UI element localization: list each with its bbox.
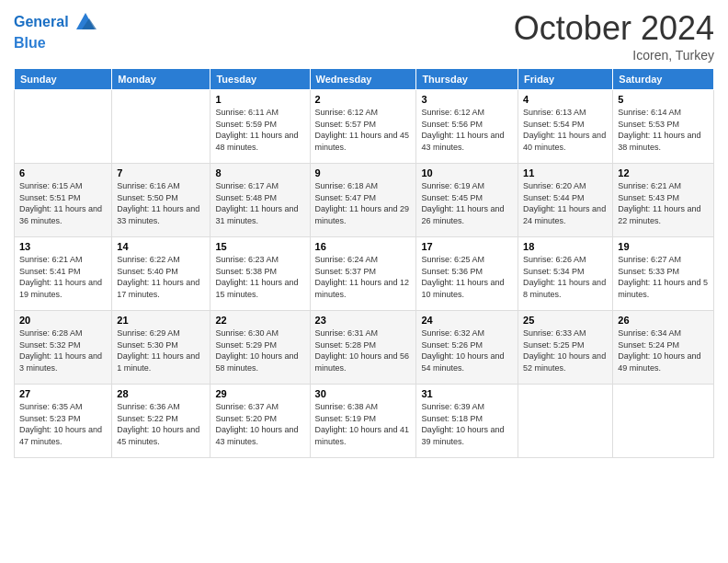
day-number: 19	[618, 241, 709, 252]
day-info: Sunrise: 6:13 AM Sunset: 5:54 PM Dayligh…	[523, 107, 608, 153]
day-info: Sunrise: 6:17 AM Sunset: 5:48 PM Dayligh…	[215, 180, 304, 226]
day-info: Sunrise: 6:22 AM Sunset: 5:40 PM Dayligh…	[117, 254, 205, 300]
calendar-cell: 6Sunrise: 6:15 AM Sunset: 5:51 PM Daylig…	[15, 164, 112, 237]
day-number: 28	[117, 388, 205, 399]
calendar-cell: 4Sunrise: 6:13 AM Sunset: 5:54 PM Daylig…	[518, 90, 613, 164]
day-number: 14	[117, 241, 205, 252]
day-number: 21	[117, 315, 205, 326]
day-info: Sunrise: 6:11 AM Sunset: 5:59 PM Dayligh…	[215, 107, 304, 153]
calendar-cell	[518, 385, 613, 458]
logo-icon	[73, 9, 98, 35]
calendar-body: 1Sunrise: 6:11 AM Sunset: 5:59 PM Daylig…	[15, 90, 714, 458]
day-info: Sunrise: 6:23 AM Sunset: 5:38 PM Dayligh…	[215, 254, 304, 300]
day-info: Sunrise: 6:12 AM Sunset: 5:56 PM Dayligh…	[421, 107, 513, 153]
day-header-friday: Friday	[518, 69, 613, 90]
calendar-cell: 8Sunrise: 6:17 AM Sunset: 5:48 PM Daylig…	[210, 164, 310, 237]
logo: General Blue	[14, 9, 98, 52]
day-number: 6	[19, 167, 107, 178]
day-info: Sunrise: 6:33 AM Sunset: 5:25 PM Dayligh…	[523, 327, 608, 373]
day-number: 4	[523, 94, 608, 105]
day-info: Sunrise: 6:18 AM Sunset: 5:47 PM Dayligh…	[315, 180, 412, 226]
day-info: Sunrise: 6:27 AM Sunset: 5:33 PM Dayligh…	[618, 254, 709, 300]
day-info: Sunrise: 6:39 AM Sunset: 5:18 PM Dayligh…	[421, 401, 513, 447]
calendar-cell: 3Sunrise: 6:12 AM Sunset: 5:56 PM Daylig…	[416, 90, 518, 164]
day-info: Sunrise: 6:34 AM Sunset: 5:24 PM Dayligh…	[618, 327, 709, 373]
week-row-2: 6Sunrise: 6:15 AM Sunset: 5:51 PM Daylig…	[15, 164, 714, 237]
calendar-cell: 30Sunrise: 6:38 AM Sunset: 5:19 PM Dayli…	[310, 385, 416, 458]
calendar-cell	[15, 90, 112, 164]
calendar-cell: 14Sunrise: 6:22 AM Sunset: 5:40 PM Dayli…	[112, 237, 210, 311]
calendar-cell: 9Sunrise: 6:18 AM Sunset: 5:47 PM Daylig…	[310, 164, 416, 237]
day-header-tuesday: Tuesday	[210, 69, 310, 90]
week-row-5: 27Sunrise: 6:35 AM Sunset: 5:23 PM Dayli…	[15, 385, 714, 458]
day-info: Sunrise: 6:30 AM Sunset: 5:29 PM Dayligh…	[215, 327, 304, 373]
day-header-thursday: Thursday	[416, 69, 518, 90]
day-info: Sunrise: 6:12 AM Sunset: 5:57 PM Dayligh…	[315, 107, 412, 153]
calendar-cell: 29Sunrise: 6:37 AM Sunset: 5:20 PM Dayli…	[210, 385, 310, 458]
subtitle: Icoren, Turkey	[514, 48, 714, 63]
day-info: Sunrise: 6:24 AM Sunset: 5:37 PM Dayligh…	[315, 254, 412, 300]
week-row-4: 20Sunrise: 6:28 AM Sunset: 5:32 PM Dayli…	[15, 311, 714, 385]
day-number: 18	[523, 241, 608, 252]
logo-text-blue: Blue	[14, 35, 46, 52]
calendar-cell: 1Sunrise: 6:11 AM Sunset: 5:59 PM Daylig…	[210, 90, 310, 164]
calendar-cell: 10Sunrise: 6:19 AM Sunset: 5:45 PM Dayli…	[416, 164, 518, 237]
day-info: Sunrise: 6:14 AM Sunset: 5:53 PM Dayligh…	[618, 107, 709, 153]
calendar-cell: 16Sunrise: 6:24 AM Sunset: 5:37 PM Dayli…	[310, 237, 416, 311]
day-number: 23	[315, 315, 412, 326]
day-info: Sunrise: 6:37 AM Sunset: 5:20 PM Dayligh…	[215, 401, 304, 447]
day-number: 5	[618, 94, 709, 105]
day-number: 30	[315, 388, 412, 399]
calendar-cell: 22Sunrise: 6:30 AM Sunset: 5:29 PM Dayli…	[210, 311, 310, 385]
calendar-cell: 24Sunrise: 6:32 AM Sunset: 5:26 PM Dayli…	[416, 311, 518, 385]
day-info: Sunrise: 6:35 AM Sunset: 5:23 PM Dayligh…	[19, 401, 107, 447]
day-number: 10	[421, 167, 513, 178]
day-info: Sunrise: 6:20 AM Sunset: 5:44 PM Dayligh…	[523, 180, 608, 226]
title-block: October 2024 Icoren, Turkey	[514, 9, 714, 63]
calendar-cell: 23Sunrise: 6:31 AM Sunset: 5:28 PM Dayli…	[310, 311, 416, 385]
calendar-cell	[112, 90, 210, 164]
day-number: 3	[421, 94, 513, 105]
day-info: Sunrise: 6:29 AM Sunset: 5:30 PM Dayligh…	[117, 327, 205, 373]
calendar-cell: 25Sunrise: 6:33 AM Sunset: 5:25 PM Dayli…	[518, 311, 613, 385]
day-number: 17	[421, 241, 513, 252]
calendar-cell: 2Sunrise: 6:12 AM Sunset: 5:57 PM Daylig…	[310, 90, 416, 164]
day-info: Sunrise: 6:28 AM Sunset: 5:32 PM Dayligh…	[19, 327, 107, 373]
calendar-cell: 31Sunrise: 6:39 AM Sunset: 5:18 PM Dayli…	[416, 385, 518, 458]
calendar-cell	[613, 385, 714, 458]
day-number: 1	[215, 94, 304, 105]
day-header-sunday: Sunday	[15, 69, 112, 90]
calendar-cell: 28Sunrise: 6:36 AM Sunset: 5:22 PM Dayli…	[112, 385, 210, 458]
calendar-cell: 21Sunrise: 6:29 AM Sunset: 5:30 PM Dayli…	[112, 311, 210, 385]
calendar-cell: 20Sunrise: 6:28 AM Sunset: 5:32 PM Dayli…	[15, 311, 112, 385]
day-number: 12	[618, 167, 709, 178]
day-header-saturday: Saturday	[613, 69, 714, 90]
day-header-monday: Monday	[112, 69, 210, 90]
week-row-3: 13Sunrise: 6:21 AM Sunset: 5:41 PM Dayli…	[15, 237, 714, 311]
day-number: 25	[523, 315, 608, 326]
day-number: 8	[215, 167, 304, 178]
day-info: Sunrise: 6:26 AM Sunset: 5:34 PM Dayligh…	[523, 254, 608, 300]
day-number: 24	[421, 315, 513, 326]
day-info: Sunrise: 6:38 AM Sunset: 5:19 PM Dayligh…	[315, 401, 412, 447]
day-info: Sunrise: 6:25 AM Sunset: 5:36 PM Dayligh…	[421, 254, 513, 300]
calendar-cell: 26Sunrise: 6:34 AM Sunset: 5:24 PM Dayli…	[613, 311, 714, 385]
calendar-cell: 15Sunrise: 6:23 AM Sunset: 5:38 PM Dayli…	[210, 237, 310, 311]
day-info: Sunrise: 6:19 AM Sunset: 5:45 PM Dayligh…	[421, 180, 513, 226]
day-number: 7	[117, 167, 205, 178]
day-number: 16	[315, 241, 412, 252]
calendar-cell: 17Sunrise: 6:25 AM Sunset: 5:36 PM Dayli…	[416, 237, 518, 311]
day-number: 29	[215, 388, 304, 399]
day-number: 11	[523, 167, 608, 178]
calendar-table: SundayMondayTuesdayWednesdayThursdayFrid…	[14, 68, 714, 458]
day-info: Sunrise: 6:31 AM Sunset: 5:28 PM Dayligh…	[315, 327, 412, 373]
calendar-cell: 11Sunrise: 6:20 AM Sunset: 5:44 PM Dayli…	[518, 164, 613, 237]
day-number: 15	[215, 241, 304, 252]
day-number: 22	[215, 315, 304, 326]
calendar-cell: 19Sunrise: 6:27 AM Sunset: 5:33 PM Dayli…	[613, 237, 714, 311]
header: General Blue October 2024 Icoren, Turkey	[14, 9, 714, 63]
calendar-cell: 27Sunrise: 6:35 AM Sunset: 5:23 PM Dayli…	[15, 385, 112, 458]
day-number: 26	[618, 315, 709, 326]
page: General Blue October 2024 Icoren, Turkey…	[0, 0, 728, 563]
day-info: Sunrise: 6:32 AM Sunset: 5:26 PM Dayligh…	[421, 327, 513, 373]
